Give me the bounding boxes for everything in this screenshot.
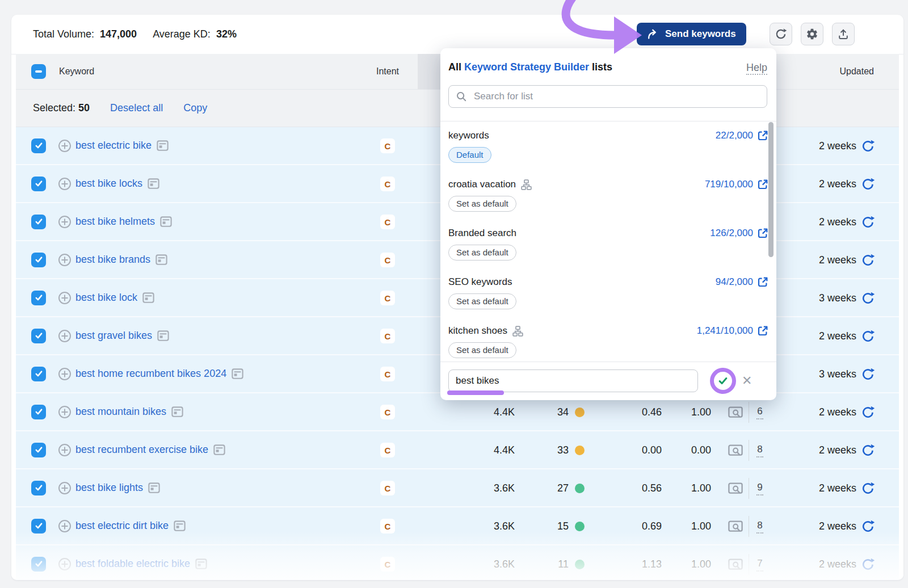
- keyword-link[interactable]: best electric bike: [75, 140, 152, 152]
- refresh-row-icon[interactable]: [861, 405, 875, 419]
- serp-features-icon[interactable]: [195, 558, 207, 569]
- refresh-all-button[interactable]: [770, 23, 792, 45]
- keyword-link[interactable]: best mountain bikes: [75, 406, 166, 418]
- list-count-link[interactable]: 22/2,000: [716, 130, 768, 141]
- column-header-updated[interactable]: Updated: [788, 54, 874, 89]
- row-checkbox[interactable]: [31, 367, 46, 381]
- row-checkbox[interactable]: [31, 519, 46, 534]
- row-checkbox[interactable]: [31, 481, 46, 495]
- row-checkbox[interactable]: [31, 557, 46, 572]
- refresh-row-icon[interactable]: [861, 215, 875, 229]
- keyword-link[interactable]: best gravel bikes: [75, 330, 152, 342]
- row-checkbox[interactable]: [31, 215, 46, 229]
- serp-features-icon[interactable]: [213, 444, 225, 455]
- keyword-link[interactable]: best bike brands: [75, 254, 150, 266]
- serp-features-icon[interactable]: [148, 482, 160, 493]
- refresh-row-icon[interactable]: [861, 329, 875, 343]
- serp-features-icon[interactable]: [160, 216, 172, 227]
- refresh-row-icon[interactable]: [861, 367, 875, 381]
- serp-features-icon[interactable]: [174, 520, 186, 531]
- list-count-link[interactable]: 1,241/10,000: [697, 325, 768, 337]
- serp-features-icon[interactable]: [232, 368, 243, 379]
- row-checkbox[interactable]: [31, 253, 46, 267]
- results-link[interactable]: 8: [750, 507, 770, 545]
- keyword-link[interactable]: best recumbent exercise bike: [75, 444, 208, 456]
- keyword-link[interactable]: best bike helmets: [75, 216, 155, 228]
- serp-features-icon[interactable]: [148, 178, 159, 189]
- list-item[interactable]: kitchen shoes 1,241/10,000 Set as defaul…: [440, 316, 776, 362]
- popup-scrollbar[interactable]: [768, 122, 774, 257]
- refresh-row-icon[interactable]: [861, 481, 875, 495]
- refresh-row-icon[interactable]: [861, 557, 875, 572]
- serp-preview-icon[interactable]: [728, 558, 743, 574]
- list-count-link[interactable]: 719/10,000: [705, 179, 768, 190]
- ksb-link[interactable]: Keyword Strategy Builder: [464, 61, 589, 73]
- refresh-row-icon[interactable]: [861, 139, 875, 153]
- row-checkbox[interactable]: [31, 138, 46, 153]
- set-as-default-button[interactable]: Set as default: [448, 196, 516, 212]
- list-count-link[interactable]: 94/2,000: [716, 276, 768, 288]
- results-link[interactable]: 9: [750, 469, 770, 507]
- keyword-link[interactable]: best home recumbent bikes 2024: [75, 368, 226, 380]
- add-keyword-icon[interactable]: [58, 557, 72, 571]
- settings-button[interactable]: [801, 23, 823, 45]
- refresh-row-icon[interactable]: [861, 519, 875, 534]
- add-keyword-icon[interactable]: [58, 291, 72, 305]
- row-checkbox[interactable]: [31, 405, 46, 419]
- set-as-default-button[interactable]: Set as default: [448, 293, 516, 309]
- export-button[interactable]: [832, 23, 855, 45]
- keyword-link[interactable]: best foldable electric bike: [75, 558, 190, 570]
- refresh-row-icon[interactable]: [861, 177, 875, 191]
- add-keyword-icon[interactable]: [58, 443, 72, 457]
- serp-preview-icon[interactable]: [728, 444, 743, 460]
- add-keyword-icon[interactable]: [58, 139, 72, 153]
- results-link[interactable]: 7: [750, 545, 770, 580]
- send-keywords-button[interactable]: Send keywords: [637, 23, 746, 45]
- copy-link[interactable]: Copy: [183, 102, 207, 114]
- select-all-checkbox[interactable]: [31, 64, 46, 79]
- row-checkbox[interactable]: [31, 443, 46, 457]
- row-checkbox[interactable]: [31, 329, 46, 343]
- list-search-input[interactable]: [473, 90, 760, 103]
- confirm-button[interactable]: [717, 375, 729, 387]
- new-list-name-input[interactable]: [448, 369, 698, 392]
- keyword-link[interactable]: best electric dirt bike: [75, 520, 169, 532]
- column-header-keyword[interactable]: Keyword: [59, 54, 94, 89]
- list-item[interactable]: Branded search 126/2,000 Set as default: [440, 219, 776, 267]
- keyword-link[interactable]: best bike locks: [75, 178, 142, 190]
- serp-preview-icon[interactable]: [728, 406, 743, 422]
- serp-features-icon[interactable]: [157, 140, 169, 151]
- refresh-row-icon[interactable]: [861, 253, 875, 267]
- list-item[interactable]: keywords 22/2,000 Default: [440, 121, 776, 170]
- serp-features-icon[interactable]: [157, 330, 169, 341]
- add-keyword-icon[interactable]: [58, 519, 72, 533]
- serp-features-icon[interactable]: [155, 254, 167, 265]
- deselect-all-link[interactable]: Deselect all: [110, 102, 163, 114]
- serp-features-icon[interactable]: [142, 292, 154, 303]
- keyword-link[interactable]: best bike lights: [75, 482, 143, 494]
- refresh-row-icon[interactable]: [861, 443, 875, 457]
- refresh-row-icon[interactable]: [861, 291, 875, 305]
- serp-preview-icon[interactable]: [728, 482, 743, 498]
- row-checkbox[interactable]: [31, 291, 46, 305]
- add-keyword-icon[interactable]: [58, 481, 72, 495]
- add-keyword-icon[interactable]: [58, 405, 72, 419]
- add-keyword-icon[interactable]: [58, 329, 72, 343]
- add-keyword-icon[interactable]: [58, 215, 72, 229]
- add-keyword-icon[interactable]: [58, 177, 72, 191]
- add-keyword-icon[interactable]: [58, 367, 72, 381]
- cancel-button[interactable]: ✕: [742, 373, 752, 388]
- list-item[interactable]: croatia vacation 719/10,000 Set as defau…: [440, 170, 776, 219]
- help-link[interactable]: Help: [746, 62, 767, 75]
- set-as-default-button[interactable]: Set as default: [448, 342, 516, 358]
- add-keyword-icon[interactable]: [58, 253, 72, 267]
- serp-features-icon[interactable]: [171, 406, 183, 417]
- results-link[interactable]: 8: [750, 431, 770, 469]
- row-checkbox[interactable]: [31, 177, 46, 191]
- keyword-link[interactable]: best bike lock: [75, 292, 137, 304]
- list-search-box[interactable]: [448, 85, 767, 108]
- set-as-default-button[interactable]: Set as default: [448, 245, 516, 261]
- serp-preview-icon[interactable]: [728, 520, 743, 536]
- list-item[interactable]: SEO keywords 94/2,000 Set as default: [440, 267, 776, 316]
- column-header-intent[interactable]: Intent: [354, 54, 422, 89]
